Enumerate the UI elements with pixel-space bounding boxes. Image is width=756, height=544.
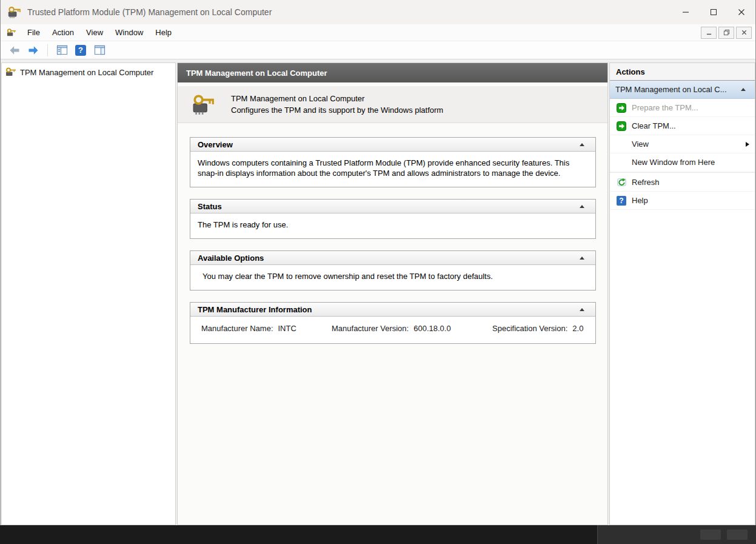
back-button[interactable]	[7, 43, 22, 58]
mdi-close-button[interactable]	[736, 27, 752, 39]
action-clear-tpm[interactable]: Clear TPM...	[610, 117, 755, 135]
chevron-right-icon	[746, 142, 749, 147]
chevron-up-icon	[580, 257, 584, 260]
mdi-close-icon	[741, 29, 748, 36]
section-status-title: Status	[198, 202, 222, 211]
tray-block	[700, 529, 721, 540]
green-arrow-icon	[617, 121, 626, 131]
section-overview-title: Overview	[198, 140, 233, 149]
close-icon	[738, 8, 745, 16]
console-tree-icon	[56, 44, 68, 56]
window-title: Trusted Platform Module (TPM) Management…	[27, 7, 272, 17]
actions-separator	[610, 172, 755, 173]
mdi-window-controls	[701, 27, 752, 39]
snapin-banner: TPM Management on Local Computer Configu…	[178, 86, 607, 123]
section-manufacturer-info-header: TPM Manufacturer Information	[190, 303, 595, 317]
forward-arrow-icon	[27, 44, 39, 56]
section-overview: Overview Windows computers containing a …	[190, 137, 596, 187]
close-button[interactable]	[728, 0, 755, 24]
tpm-app-icon	[8, 5, 21, 19]
menu-window[interactable]: Window	[109, 25, 149, 39]
banner-title: TPM Management on Local Computer	[231, 93, 443, 104]
actions-group-header[interactable]: TPM Management on Local C...	[610, 81, 755, 99]
action-refresh[interactable]: Refresh	[610, 173, 755, 192]
section-available-options-header: Available Options	[190, 251, 595, 265]
section-available-options-body: You may clear the TPM to remove ownershi…	[190, 265, 595, 290]
tree-root-item[interactable]: TPM Management on Local Computer	[2, 63, 175, 80]
minimize-icon	[682, 8, 689, 16]
action-new-window-label: New Window from Here	[632, 158, 715, 167]
back-arrow-icon	[8, 44, 21, 56]
minimize-button[interactable]	[672, 0, 700, 24]
maximize-icon	[710, 8, 717, 16]
manufacturer-name-value: INTC	[278, 324, 296, 333]
taskbar-strip[interactable]	[0, 525, 756, 544]
chevron-up-icon	[580, 205, 584, 208]
action-prepare-tpm-label: Prepare the TPM...	[632, 103, 698, 112]
manufacturer-name-label: Manufacturer Name:	[201, 324, 273, 333]
section-manufacturer-info-title: TPM Manufacturer Information	[198, 305, 312, 314]
action-view-label: View	[632, 139, 649, 149]
section-available-options-title: Available Options	[198, 254, 264, 263]
tpm-node-icon	[5, 67, 16, 78]
specification-version-label: Specification Version:	[492, 324, 567, 333]
section-status: Status The TPM is ready for use.	[190, 199, 596, 239]
titlebar: Trusted Platform Module (TPM) Management…	[1, 0, 755, 24]
content-header: TPM Management on Local Computer	[178, 63, 607, 82]
tray-block	[727, 529, 748, 540]
show-action-pane-button[interactable]	[92, 43, 107, 58]
manufacturer-version-field: Manufacturer Version: 600.18.0.0	[332, 324, 492, 333]
window-controls	[672, 0, 755, 24]
manufacturer-version-label: Manufacturer Version:	[332, 324, 409, 333]
action-help[interactable]: ? Help	[610, 192, 755, 210]
mdi-restore-button[interactable]	[718, 27, 734, 39]
chevron-up-icon	[580, 308, 584, 311]
help-icon: ?	[617, 196, 626, 206]
section-overview-body: Windows computers containing a Trusted P…	[190, 152, 595, 187]
specification-version-value: 2.0	[572, 324, 583, 333]
toolbar-help-button[interactable]: ?	[73, 43, 89, 58]
banner-subtitle: Configures the TPM and its support by th…	[231, 104, 443, 116]
menu-action[interactable]: Action	[46, 25, 80, 39]
mdi-minimize-icon	[706, 29, 712, 36]
collapse-button[interactable]	[576, 253, 588, 263]
toolbar: ?	[1, 41, 755, 59]
mdi-minimize-button[interactable]	[701, 27, 717, 39]
manufacturer-version-value: 600.18.0.0	[413, 324, 450, 333]
manufacturer-name-field: Manufacturer Name: INTC	[201, 324, 332, 333]
show-console-tree-button[interactable]	[54, 43, 70, 58]
section-available-options: Available Options You may clear the TPM …	[190, 250, 596, 290]
maximize-button[interactable]	[700, 0, 728, 24]
mmc-window: Trusted Platform Module (TPM) Management…	[0, 0, 756, 544]
tpm-banner-icon	[192, 93, 215, 116]
mdi-restore-icon	[723, 29, 730, 36]
menu-help[interactable]: Help	[149, 25, 178, 39]
menu-view[interactable]: View	[80, 25, 109, 39]
actions-pane: Actions TPM Management on Local C... Pre…	[609, 62, 755, 525]
actions-group-collapse-button[interactable]	[737, 84, 749, 95]
action-new-window[interactable]: New Window from Here	[610, 153, 755, 172]
section-status-body: The TPM is ready for use.	[190, 213, 595, 238]
chevron-up-icon	[580, 143, 584, 146]
action-pane-icon	[94, 44, 105, 56]
banner-text: TPM Management on Local Computer Configu…	[231, 93, 443, 116]
console-app-icon	[7, 28, 16, 38]
section-status-header: Status	[190, 200, 595, 213]
content-pane: TPM Management on Local Computer TPM Man…	[177, 62, 608, 525]
console-tree-pane: TPM Management on Local Computer	[1, 62, 176, 525]
menu-file[interactable]: File	[21, 25, 46, 39]
help-icon: ?	[75, 45, 86, 56]
collapse-button[interactable]	[576, 304, 588, 315]
collapse-button[interactable]	[576, 201, 588, 212]
forward-button[interactable]	[25, 43, 41, 58]
action-prepare-tpm[interactable]: Prepare the TPM...	[610, 99, 755, 117]
section-manufacturer-info: TPM Manufacturer Information Manufacture…	[190, 302, 596, 344]
taskbar-right-section	[597, 525, 756, 544]
collapse-button[interactable]	[576, 139, 588, 150]
action-refresh-label: Refresh	[632, 178, 660, 187]
actions-pane-header: Actions	[610, 63, 755, 81]
manufacturer-info-row: Manufacturer Name: INTC Manufacturer Ver…	[190, 317, 595, 343]
section-overview-header: Overview	[190, 138, 595, 152]
action-view[interactable]: View	[610, 135, 755, 153]
actions-pane-title: Actions	[616, 67, 645, 76]
